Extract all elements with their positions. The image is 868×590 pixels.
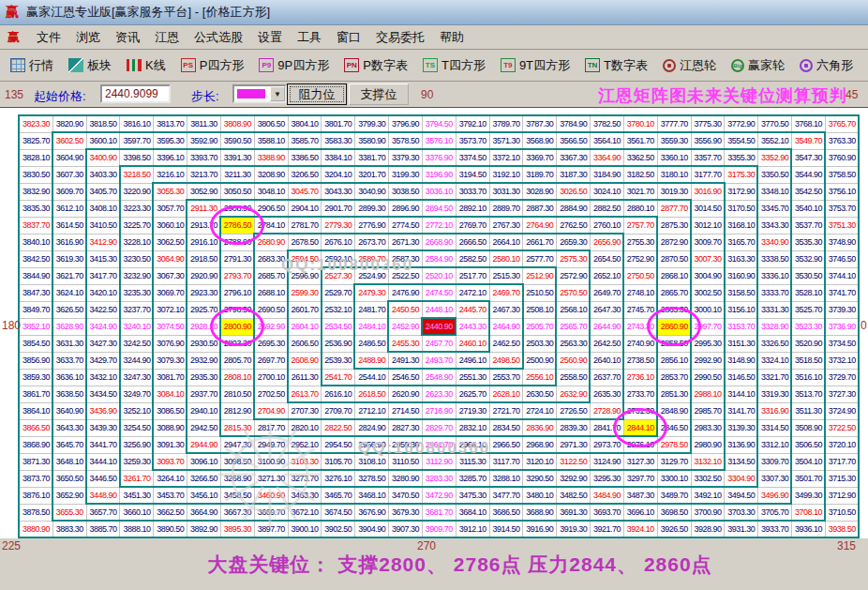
grid-cell: 3604.90 (53, 150, 87, 167)
menu-item-0[interactable]: 文件 (29, 28, 68, 46)
grid-cell: 2599.30 (289, 285, 322, 302)
grid-cell: 3475.30 (456, 488, 490, 505)
grid-cell: 3007.30 (692, 251, 726, 268)
menu-item-1[interactable]: 浏览 (68, 28, 108, 46)
toolbar-item-label: 板块 (87, 57, 112, 74)
toolbar-item-p-number-table[interactable]: PNP数字表 (339, 54, 412, 77)
toolbar-item-hexagon[interactable]: 六角形 (795, 54, 858, 77)
grid-cell: 3561.70 (624, 133, 658, 150)
grid-cell: 3794.50 (423, 116, 456, 133)
grid-cell: 3446.50 (87, 471, 121, 488)
grid-cell: 3566.50 (557, 133, 591, 150)
grid-cell: 3832.90 (20, 184, 53, 201)
grid-cell: 2522.50 (389, 268, 423, 285)
grid-cell: 2697.70 (255, 353, 289, 370)
grid-cell: 3708.10 (792, 505, 826, 522)
grid-cell: 2637.70 (591, 370, 624, 386)
start-price-input[interactable] (100, 84, 171, 103)
menu-item-5[interactable]: 设置 (250, 28, 290, 46)
grid-cell: 3201.70 (355, 167, 389, 184)
grid-cell: 3403.30 (87, 167, 121, 184)
grid-cell: 3799.30 (355, 116, 389, 133)
grid-cell: 2685.70 (255, 268, 289, 285)
menu-item-3[interactable]: 江恩 (147, 28, 187, 46)
support-button[interactable]: 支撑位 (349, 83, 409, 105)
grid-cell: 3321.70 (758, 370, 792, 386)
toolbar-item-label: T四方形 (441, 57, 486, 74)
grid-cell: 3753.70 (826, 201, 860, 218)
grid-cell: 2486.50 (355, 336, 389, 353)
toolbar-item-label: 行情 (29, 57, 53, 74)
grid-cell: 2834.50 (490, 420, 524, 437)
grid-cell: 2875.30 (658, 218, 692, 234)
grid-cell: 3460.90 (255, 488, 289, 505)
grid-cell: 2930.50 (187, 336, 221, 353)
grid-cell: 3496.90 (758, 488, 792, 505)
grid-cell: 2577.70 (523, 251, 557, 268)
grid-cell: 3837.70 (20, 218, 53, 234)
grid-cell: 3900.10 (289, 522, 322, 538)
grid-cell: 3638.50 (53, 386, 87, 403)
grid-cell: 2824.90 (355, 420, 389, 437)
grid-cell: 3698.50 (658, 505, 692, 522)
grid-cell: 3571.30 (490, 133, 524, 150)
menu-item-2[interactable]: 资讯 (108, 28, 147, 46)
grid-cell: 3048.10 (255, 184, 289, 201)
toolbar-item-kline[interactable]: K线 (122, 54, 171, 77)
grid-cell: 2853.70 (658, 370, 692, 386)
grid-cell: 3636.10 (53, 370, 87, 386)
grid-cell: 3676.90 (355, 505, 389, 522)
toolbar-item-9t-square[interactable]: T99T四方形 (496, 54, 575, 77)
toolbar-item-winner-service[interactable]: $赢家服务 (863, 54, 868, 77)
grid-cell: 2628.10 (490, 386, 524, 403)
toolbar-item-winner-wheel[interactable]: Big赢家轮 (726, 54, 789, 77)
grid-cell: 2580.10 (490, 251, 524, 268)
grid-cell: 3124.90 (591, 454, 624, 471)
toolbar-item-9p-square[interactable]: P99P四方形 (254, 54, 334, 77)
chevron-down-icon[interactable]: ▼ (270, 86, 285, 101)
grid-cell: 3525.70 (792, 302, 826, 319)
grid-cell: 3026.50 (557, 184, 591, 201)
grid-cell: 2443.30 (456, 319, 490, 336)
grid-cell: 2508.10 (523, 302, 557, 319)
toolbar-item-p-square[interactable]: PSP四方形 (176, 54, 249, 77)
menu-item-4[interactable]: 公式选股 (187, 28, 250, 46)
toolbar-item-sectors[interactable]: 板块 (64, 54, 116, 77)
grid-cell: 2896.90 (389, 201, 423, 218)
step-color-dropdown[interactable]: ▼ (232, 84, 287, 103)
grid-cell: 3120.10 (523, 454, 557, 471)
grid-cell: 2630.50 (523, 386, 557, 403)
grid-cell: 3468.10 (355, 488, 389, 505)
resistance-button[interactable]: 阻力位 (287, 83, 347, 105)
grid-cell: 2620.90 (389, 386, 423, 403)
grid-cell: 3127.30 (624, 454, 658, 471)
grid-cell: 3084.10 (154, 386, 187, 403)
toolbar-item-gann-wheel[interactable]: 江恩轮 (658, 54, 721, 77)
grid-cell: 2464.90 (490, 319, 524, 336)
grid-cell: 3780.10 (624, 116, 658, 133)
menu-item-9[interactable]: 帮助 (432, 28, 471, 46)
menu-item-6[interactable]: 工具 (290, 28, 329, 46)
toolbar-item-quotes[interactable]: 行情 (6, 54, 58, 77)
t-square-icon: TS (423, 58, 438, 72)
grid-cell: 3012.10 (692, 218, 726, 234)
grid-cell: 3024.10 (591, 184, 624, 201)
grid-cell: 3146.50 (725, 370, 758, 386)
grid-cell: 2755.30 (624, 234, 658, 251)
menu-item-8[interactable]: 交易委托 (368, 28, 432, 46)
toolbar-item-label: 江恩轮 (680, 57, 716, 74)
menu-item-7[interactable]: 窗口 (329, 28, 368, 46)
grid-cell: 2700.10 (255, 370, 289, 386)
banner-text: 江恩矩阵图未来关键位测算预判 (598, 84, 847, 107)
grid-cell: 3060.10 (154, 218, 187, 234)
p-number-table-icon: PN (344, 58, 359, 72)
grid-cell: 3134.50 (725, 454, 758, 471)
grid-cell: 3859.30 (20, 370, 53, 386)
grid-cell: 3542.50 (792, 184, 826, 201)
grid-cell: 3381.70 (355, 150, 389, 167)
grid-cell: 3292.90 (557, 471, 591, 488)
toolbar-item-t-number-table[interactable]: TNT数字表 (580, 54, 652, 77)
toolbar-item-t-square[interactable]: TST四方形 (418, 54, 490, 77)
grid-cell: 3535.30 (792, 234, 826, 251)
grid-cell: 2582.50 (456, 251, 490, 268)
